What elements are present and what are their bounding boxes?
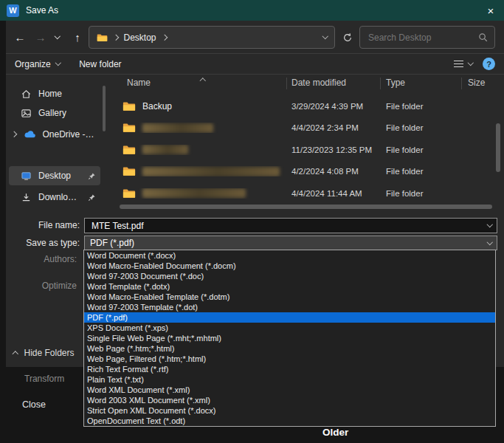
window-title: Save As: [26, 5, 58, 16]
file-date: 4/4/2024 11:44 AM: [286, 189, 380, 198]
gallery-icon: [21, 108, 32, 119]
file-type-option[interactable]: Word Macro-Enabled Template (*.dotm): [84, 292, 495, 302]
file-type-option-selected[interactable]: PDF (*.pdf): [84, 312, 495, 323]
file-type-option[interactable]: Word 97-2003 Document (*.doc): [84, 271, 495, 281]
table-row[interactable]: 4/4/2024 11:44 AM File folder: [115, 182, 494, 205]
file-type-option[interactable]: Strict Open XML Document (*.docx): [84, 405, 495, 416]
file-name-input[interactable]: [90, 220, 488, 232]
close-icon[interactable]: ×: [477, 0, 504, 21]
backstage-transform-item[interactable]: Transform: [24, 374, 64, 384]
file-type: File folder: [380, 123, 461, 132]
address-dropdown-chevron-icon[interactable]: [322, 33, 328, 39]
file-rows: Backup 3/29/2024 4:39 PM File folder 4: [115, 95, 494, 205]
sidebar-item-desktop[interactable]: Desktop: [9, 166, 100, 185]
file-type-option[interactable]: Plain Text (*.txt): [84, 374, 495, 385]
horizontal-scrollbar[interactable]: [120, 205, 492, 209]
vertical-scrollbar[interactable]: [496, 123, 500, 172]
table-row[interactable]: 4/2/2024 4:08 PM File folder: [115, 161, 494, 183]
file-type-option[interactable]: Word Document (*.docx): [84, 250, 495, 261]
file-type-option[interactable]: XPS Document (*.xps): [84, 323, 495, 333]
file-list: Name Date modified Type Size Backup: [115, 75, 504, 210]
column-divider[interactable]: [380, 78, 381, 89]
file-list-header: Name Date modified Type Size: [115, 75, 504, 92]
desktop-icon: [21, 171, 32, 182]
home-icon: [21, 89, 32, 100]
chevron-up-icon: [13, 351, 18, 357]
search-input[interactable]: [367, 32, 478, 44]
new-folder-label: New folder: [79, 59, 121, 69]
save-as-type-select[interactable]: PDF (*.pdf): [84, 236, 497, 250]
column-header-name[interactable]: Name: [127, 78, 151, 88]
optimize-label: Optimize: [6, 281, 77, 291]
file-name: Backup: [142, 101, 172, 111]
column-header-size[interactable]: Size: [468, 78, 485, 88]
file-type-option[interactable]: Rich Text Format (*.rtf): [84, 364, 495, 374]
file-type-option[interactable]: Word 97-2003 Template (*.dot): [84, 302, 495, 312]
pin-icon: [88, 193, 96, 202]
sidebar-item-label: Home: [38, 89, 62, 99]
word-app-icon: W: [7, 4, 19, 17]
expand-chevron-icon[interactable]: [11, 131, 17, 137]
chevron-down-icon[interactable]: [486, 222, 492, 227]
folder-icon: [122, 123, 136, 133]
forward-button[interactable]: →: [31, 27, 50, 47]
search-box[interactable]: [359, 26, 495, 49]
save-as-type-label: Save as type:: [6, 238, 80, 248]
file-name-combobox[interactable]: [84, 218, 497, 233]
file-type: File folder: [380, 102, 461, 111]
back-button[interactable]: ←: [10, 27, 30, 47]
backstage-close-item[interactable]: Close: [22, 399, 46, 410]
column-header-date-modified[interactable]: Date modified: [291, 78, 346, 88]
file-type-option[interactable]: Web Page (*.htm;*.html): [84, 343, 495, 354]
table-row[interactable]: 4/4/2024 2:34 PM File folder: [115, 117, 494, 140]
file-type-option[interactable]: OpenDocument Text (*.odt): [84, 416, 495, 426]
table-row[interactable]: Backup 3/29/2024 4:39 PM File folder: [115, 95, 494, 117]
file-date: 4/4/2024 2:34 PM: [286, 123, 380, 132]
file-name-label: File name:: [6, 220, 80, 230]
hide-folders-label: Hide Folders: [24, 348, 75, 358]
up-button[interactable]: ↑: [68, 27, 87, 47]
file-type-option[interactable]: Word Macro-Enabled Document (*.docm): [84, 261, 495, 271]
breadcrumb-segment-desktop[interactable]: Desktop: [124, 32, 156, 43]
sidebar-item-home[interactable]: Home: [9, 86, 100, 102]
table-row[interactable]: 11/23/2023 12:35 PM File folder: [115, 139, 494, 161]
help-button[interactable]: ?: [483, 58, 495, 70]
file-type-option[interactable]: Web Page, Filtered (*.htm;*.html): [84, 354, 495, 364]
organize-button[interactable]: Organize: [15, 59, 60, 69]
chevron-down-icon: [55, 60, 61, 66]
organize-label: Organize: [15, 59, 51, 69]
column-header-type[interactable]: Type: [386, 78, 405, 88]
hide-folders-button[interactable]: Hide Folders: [13, 348, 75, 358]
downloads-icon: [21, 192, 32, 203]
sidebar-item-label: Desktop: [38, 171, 71, 181]
redacted-file-name: [142, 123, 213, 133]
save-as-type-value: PDF (*.pdf): [90, 238, 134, 248]
file-type-option[interactable]: Word 2003 XML Document (*.xml): [84, 395, 495, 405]
sort-ascending-icon: [200, 78, 206, 84]
address-bar[interactable]: Desktop: [89, 26, 335, 49]
redacted-file-name: [142, 167, 280, 176]
onedrive-cloud-icon: [24, 130, 36, 139]
sidebar-item-downloads[interactable]: Downloads: [9, 188, 100, 207]
file-type-option[interactable]: Single File Web Page (*.mht;*.mhtml): [84, 333, 495, 343]
redacted-file-name: [142, 188, 246, 198]
column-divider[interactable]: [461, 78, 462, 89]
file-date: 3/29/2024 4:39 PM: [286, 102, 380, 111]
sidebar-scrollbar[interactable]: [103, 86, 106, 131]
sidebar-item-gallery[interactable]: Gallery: [9, 105, 100, 121]
chevron-down-icon[interactable]: [486, 239, 492, 245]
navigation-pane: Home Gallery OneDrive - Perso: [6, 75, 115, 210]
folder-icon: [122, 166, 136, 176]
file-type-option[interactable]: Word XML Document (*.xml): [84, 385, 495, 395]
recent-locations-chevron[interactable]: [52, 27, 63, 47]
folder-icon: [122, 188, 136, 199]
redacted-file-name: [142, 145, 188, 154]
refresh-button[interactable]: [339, 30, 356, 45]
sidebar-item-label: Gallery: [38, 108, 66, 118]
view-options-button[interactable]: [454, 61, 473, 68]
dialog-toolbar: Organize New folder ?: [6, 54, 504, 75]
file-type-option[interactable]: Word Template (*.dotx): [84, 281, 495, 292]
new-folder-button[interactable]: New folder: [79, 59, 121, 69]
sidebar-item-onedrive[interactable]: OneDrive - Perso: [9, 126, 100, 142]
column-divider[interactable]: [286, 78, 287, 89]
